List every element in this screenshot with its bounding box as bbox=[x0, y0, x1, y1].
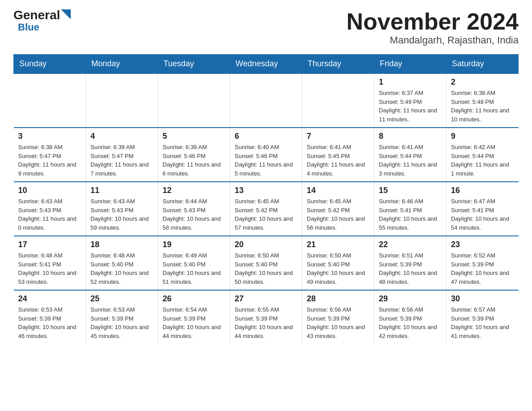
header-tuesday: Tuesday bbox=[158, 55, 230, 74]
day-info: Sunrise: 6:48 AMSunset: 5:40 PMDaylight:… bbox=[90, 251, 153, 286]
svg-marker-0 bbox=[61, 9, 71, 19]
day-info: Sunrise: 6:52 AMSunset: 5:39 PMDaylight:… bbox=[451, 251, 514, 286]
day-number: 6 bbox=[235, 132, 297, 141]
calendar-day-cell: 4Sunrise: 6:39 AMSunset: 5:47 PMDaylight… bbox=[86, 128, 158, 182]
calendar-day-cell: 25Sunrise: 6:53 AMSunset: 5:39 PMDayligh… bbox=[86, 290, 158, 344]
calendar-day-cell: 3Sunrise: 6:38 AMSunset: 5:47 PMDaylight… bbox=[14, 128, 86, 182]
day-number: 4 bbox=[90, 132, 153, 141]
day-number: 15 bbox=[379, 186, 442, 195]
day-info: Sunrise: 6:39 AMSunset: 5:47 PMDaylight:… bbox=[90, 143, 153, 178]
day-number: 8 bbox=[379, 132, 442, 141]
calendar-day-cell bbox=[14, 73, 86, 128]
day-info: Sunrise: 6:38 AMSunset: 5:48 PMDaylight:… bbox=[451, 89, 514, 124]
day-number: 2 bbox=[451, 77, 514, 87]
day-info: Sunrise: 6:46 AMSunset: 5:41 PMDaylight:… bbox=[379, 197, 442, 232]
day-info: Sunrise: 6:50 AMSunset: 5:40 PMDaylight:… bbox=[235, 251, 297, 286]
day-number: 9 bbox=[451, 132, 514, 141]
calendar-day-cell: 1Sunrise: 6:37 AMSunset: 5:49 PMDaylight… bbox=[374, 73, 446, 128]
header-thursday: Thursday bbox=[302, 55, 374, 74]
day-number: 16 bbox=[451, 186, 514, 195]
calendar-week-row: 1Sunrise: 6:37 AMSunset: 5:49 PMDaylight… bbox=[14, 73, 519, 128]
day-number: 24 bbox=[18, 294, 82, 304]
calendar-day-cell: 2Sunrise: 6:38 AMSunset: 5:48 PMDaylight… bbox=[446, 73, 519, 128]
calendar-day-cell bbox=[230, 73, 302, 128]
calendar-day-cell bbox=[86, 73, 158, 128]
header-sunday: Sunday bbox=[14, 55, 86, 74]
day-number: 18 bbox=[90, 240, 153, 249]
calendar-day-cell: 30Sunrise: 6:57 AMSunset: 5:39 PMDayligh… bbox=[446, 290, 519, 344]
calendar-day-cell: 15Sunrise: 6:46 AMSunset: 5:41 PMDayligh… bbox=[374, 182, 446, 236]
day-number: 12 bbox=[163, 186, 225, 195]
day-info: Sunrise: 6:41 AMSunset: 5:45 PMDaylight:… bbox=[307, 143, 369, 178]
calendar-day-cell: 24Sunrise: 6:53 AMSunset: 5:39 PMDayligh… bbox=[14, 290, 86, 344]
day-info: Sunrise: 6:50 AMSunset: 5:40 PMDaylight:… bbox=[307, 251, 369, 286]
calendar-week-row: 10Sunrise: 6:43 AMSunset: 5:43 PMDayligh… bbox=[14, 182, 519, 236]
logo-blue-text: Blue bbox=[18, 21, 39, 33]
calendar-day-cell: 20Sunrise: 6:50 AMSunset: 5:40 PMDayligh… bbox=[230, 236, 302, 290]
calendar-day-cell: 14Sunrise: 6:45 AMSunset: 5:42 PMDayligh… bbox=[302, 182, 374, 236]
calendar-day-cell: 29Sunrise: 6:56 AMSunset: 5:39 PMDayligh… bbox=[374, 290, 446, 344]
day-number: 1 bbox=[379, 77, 442, 87]
day-info: Sunrise: 6:56 AMSunset: 5:39 PMDaylight:… bbox=[379, 305, 442, 340]
day-info: Sunrise: 6:53 AMSunset: 5:39 PMDaylight:… bbox=[90, 305, 153, 340]
calendar-day-cell: 17Sunrise: 6:48 AMSunset: 5:41 PMDayligh… bbox=[14, 236, 86, 290]
day-number: 28 bbox=[307, 294, 369, 304]
day-info: Sunrise: 6:56 AMSunset: 5:39 PMDaylight:… bbox=[307, 305, 369, 340]
day-info: Sunrise: 6:53 AMSunset: 5:39 PMDaylight:… bbox=[18, 305, 82, 340]
day-info: Sunrise: 6:48 AMSunset: 5:41 PMDaylight:… bbox=[18, 251, 82, 286]
calendar-week-row: 17Sunrise: 6:48 AMSunset: 5:41 PMDayligh… bbox=[14, 236, 519, 290]
calendar-day-cell: 23Sunrise: 6:52 AMSunset: 5:39 PMDayligh… bbox=[446, 236, 519, 290]
day-number: 13 bbox=[235, 186, 297, 195]
day-number: 29 bbox=[379, 294, 442, 304]
header-wednesday: Wednesday bbox=[230, 55, 302, 74]
day-info: Sunrise: 6:55 AMSunset: 5:39 PMDaylight:… bbox=[235, 305, 297, 340]
calendar-day-cell: 22Sunrise: 6:51 AMSunset: 5:39 PMDayligh… bbox=[374, 236, 446, 290]
calendar-day-cell bbox=[302, 73, 374, 128]
calendar-day-cell: 9Sunrise: 6:42 AMSunset: 5:44 PMDaylight… bbox=[446, 128, 519, 182]
header-saturday: Saturday bbox=[446, 55, 519, 74]
calendar-day-cell: 6Sunrise: 6:40 AMSunset: 5:46 PMDaylight… bbox=[230, 128, 302, 182]
day-number: 11 bbox=[90, 186, 153, 195]
header-friday: Friday bbox=[374, 55, 446, 74]
calendar-day-cell: 19Sunrise: 6:49 AMSunset: 5:40 PMDayligh… bbox=[158, 236, 230, 290]
day-number: 5 bbox=[163, 132, 225, 141]
logo: General Blue bbox=[13, 9, 71, 33]
day-info: Sunrise: 6:41 AMSunset: 5:44 PMDaylight:… bbox=[379, 143, 442, 178]
day-number: 3 bbox=[18, 132, 82, 141]
calendar-header-row: SundayMondayTuesdayWednesdayThursdayFrid… bbox=[14, 55, 519, 74]
calendar-day-cell: 12Sunrise: 6:44 AMSunset: 5:43 PMDayligh… bbox=[158, 182, 230, 236]
page-header: General Blue November 2024 Mandalgarh, R… bbox=[13, 9, 519, 46]
calendar-table: SundayMondayTuesdayWednesdayThursdayFrid… bbox=[13, 54, 519, 344]
calendar-day-cell bbox=[158, 73, 230, 128]
day-number: 7 bbox=[307, 132, 369, 141]
day-number: 19 bbox=[163, 240, 225, 249]
day-number: 14 bbox=[307, 186, 369, 195]
day-info: Sunrise: 6:45 AMSunset: 5:42 PMDaylight:… bbox=[235, 197, 297, 232]
title-block: November 2024 Mandalgarh, Rajasthan, Ind… bbox=[347, 9, 519, 46]
day-number: 17 bbox=[18, 240, 82, 249]
day-info: Sunrise: 6:38 AMSunset: 5:47 PMDaylight:… bbox=[18, 143, 82, 178]
day-info: Sunrise: 6:44 AMSunset: 5:43 PMDaylight:… bbox=[163, 197, 225, 232]
day-info: Sunrise: 6:47 AMSunset: 5:41 PMDaylight:… bbox=[451, 197, 514, 232]
day-number: 23 bbox=[451, 240, 514, 249]
calendar-day-cell: 28Sunrise: 6:56 AMSunset: 5:39 PMDayligh… bbox=[302, 290, 374, 344]
calendar-day-cell: 10Sunrise: 6:43 AMSunset: 5:43 PMDayligh… bbox=[14, 182, 86, 236]
day-number: 27 bbox=[235, 294, 297, 304]
day-number: 30 bbox=[451, 294, 514, 304]
day-number: 26 bbox=[163, 294, 225, 304]
calendar-day-cell: 16Sunrise: 6:47 AMSunset: 5:41 PMDayligh… bbox=[446, 182, 519, 236]
day-info: Sunrise: 6:37 AMSunset: 5:49 PMDaylight:… bbox=[379, 89, 442, 124]
day-info: Sunrise: 6:45 AMSunset: 5:42 PMDaylight:… bbox=[307, 197, 369, 232]
calendar-day-cell: 13Sunrise: 6:45 AMSunset: 5:42 PMDayligh… bbox=[230, 182, 302, 236]
day-number: 20 bbox=[235, 240, 297, 249]
day-number: 25 bbox=[90, 294, 153, 304]
day-info: Sunrise: 6:40 AMSunset: 5:46 PMDaylight:… bbox=[235, 143, 297, 178]
day-info: Sunrise: 6:54 AMSunset: 5:39 PMDaylight:… bbox=[163, 305, 225, 340]
calendar-subtitle: Mandalgarh, Rajasthan, India bbox=[347, 34, 519, 46]
calendar-day-cell: 7Sunrise: 6:41 AMSunset: 5:45 PMDaylight… bbox=[302, 128, 374, 182]
day-number: 10 bbox=[18, 186, 82, 195]
day-info: Sunrise: 6:42 AMSunset: 5:44 PMDaylight:… bbox=[451, 143, 514, 178]
calendar-week-row: 24Sunrise: 6:53 AMSunset: 5:39 PMDayligh… bbox=[14, 290, 519, 344]
day-number: 22 bbox=[379, 240, 442, 249]
calendar-day-cell: 11Sunrise: 6:43 AMSunset: 5:43 PMDayligh… bbox=[86, 182, 158, 236]
